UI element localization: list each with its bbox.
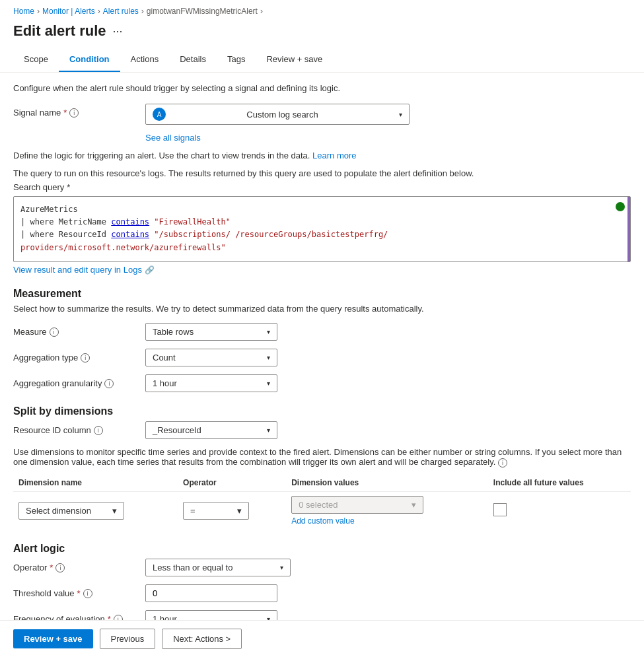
threshold-label: Threshold value * i — [13, 584, 145, 598]
dim-header-include-all: Include all future values — [488, 474, 631, 492]
main-content: Configure when the alert rule should tri… — [0, 73, 644, 624]
dim-name-chevron-icon: ▾ — [112, 506, 117, 516]
dim-header-operator: Operator — [178, 474, 286, 492]
measure-chevron-icon: ▾ — [267, 328, 270, 335]
dim-op-chevron-icon: ▾ — [237, 506, 242, 516]
breadcrumb-sep-2: › — [98, 7, 100, 16]
tab-review-save[interactable]: Review + save — [256, 48, 333, 72]
breadcrumb-home[interactable]: Home — [13, 7, 34, 16]
signal-name-label: Signal name * i — [13, 104, 145, 118]
alert-logic-title: Alert logic — [13, 543, 631, 555]
learn-more-link[interactable]: Learn more — [312, 151, 356, 160]
aggregation-granularity-value: 1 hour — [153, 378, 177, 388]
see-all-signals-link[interactable]: See all signals — [145, 133, 631, 143]
split-dimensions-info: Use dimensions to monitor specific time … — [13, 447, 631, 467]
page-header: Edit alert rule ··· — [0, 20, 644, 48]
search-query-label: Search query * — [13, 182, 631, 192]
aggregation-type-chevron-icon: ▾ — [267, 354, 270, 361]
breadcrumb-monitor[interactable]: Monitor | Alerts — [42, 7, 95, 16]
operator-select[interactable]: Less than or equal to ▾ — [145, 559, 291, 576]
measure-info-icon[interactable]: i — [50, 328, 59, 337]
signal-chevron-icon: ▾ — [399, 111, 402, 118]
external-link-icon: 🔗 — [145, 265, 155, 275]
dimension-row: Select dimension ▾ = ▾ 0 selected ▾ Add — [13, 492, 631, 530]
aggregation-type-select[interactable]: Count ▾ — [145, 349, 277, 366]
condition-description: Configure when the alert rule should tri… — [13, 83, 631, 93]
tab-condition[interactable]: Condition — [59, 48, 120, 72]
breadcrumb: Home › Monitor | Alerts › Alert rules › … — [0, 0, 644, 20]
breadcrumb-sep-4: › — [260, 7, 263, 16]
aggregation-granularity-chevron-icon: ▾ — [267, 380, 270, 387]
operator-info-icon[interactable]: i — [55, 563, 65, 572]
add-custom-value-link[interactable]: Add custom value — [291, 516, 483, 526]
alert-logic-section: Alert logic Operator * i Less than or eq… — [13, 543, 631, 624]
dim-operator-cell: = ▾ — [178, 492, 286, 530]
aggregation-type-info-icon[interactable]: i — [81, 353, 90, 363]
aggregation-type-value: Count — [153, 353, 176, 363]
dimension-name-value: Select dimension — [26, 506, 91, 516]
tab-scope[interactable]: Scope — [13, 48, 59, 72]
query-info-text: The query to run on this resource's logs… — [13, 168, 631, 178]
dimension-operator-value: = — [190, 506, 196, 516]
dimension-values-value: 0 selected — [299, 500, 338, 510]
resource-id-value: _ResourceId — [153, 425, 201, 435]
resource-id-column-row: Resource ID column i _ResourceId ▾ — [13, 421, 631, 439]
breadcrumb-alert-rules[interactable]: Alert rules — [103, 7, 139, 16]
threshold-input[interactable] — [145, 584, 277, 602]
dim-values-cell: 0 selected ▾ Add custom value — [286, 492, 488, 530]
resource-id-select[interactable]: _ResourceId ▾ — [145, 421, 277, 439]
resource-id-chevron-icon: ▾ — [267, 427, 270, 434]
aggregation-granularity-label: Aggregation granularity i — [13, 374, 145, 388]
breadcrumb-sep-3: › — [141, 7, 144, 16]
measurement-title: Measurement — [13, 288, 631, 300]
footer: Review + save Previous Next: Actions > — [0, 620, 644, 624]
signal-required: * — [63, 108, 67, 118]
signal-info-icon[interactable]: i — [69, 108, 79, 118]
signal-name-row: Signal name * i A Custom log search ▾ — [13, 104, 631, 125]
measure-select[interactable]: Table rows ▾ — [145, 323, 277, 341]
page-title: Edit alert rule — [13, 22, 106, 40]
signal-name-select[interactable]: A Custom log search ▾ — [145, 104, 410, 125]
dimension-name-select[interactable]: Select dimension ▾ — [18, 502, 124, 520]
query-valid-indicator — [616, 202, 625, 211]
tab-details[interactable]: Details — [169, 48, 217, 72]
dim-name-cell: Select dimension ▾ — [13, 492, 178, 530]
aggregation-granularity-info-icon[interactable]: i — [104, 379, 114, 388]
query-required: * — [67, 182, 70, 192]
include-all-future-checkbox[interactable] — [493, 503, 507, 516]
dimensions-table: Dimension name Operator Dimension values… — [13, 474, 631, 530]
split-dimensions-info-icon[interactable]: i — [498, 458, 507, 467]
signal-name-value: Custom log search — [246, 110, 318, 120]
dim-val-chevron-icon: ▾ — [411, 500, 416, 510]
threshold-required: * — [77, 588, 81, 598]
tab-tags[interactable]: Tags — [217, 48, 256, 72]
operator-row: Operator * i Less than or equal to ▾ — [13, 559, 631, 576]
threshold-info-icon[interactable]: i — [83, 589, 92, 598]
resource-id-info-icon[interactable]: i — [94, 426, 103, 435]
dim-include-all-cell — [488, 492, 631, 530]
aggregation-type-label: Aggregation type i — [13, 349, 145, 363]
dim-header-name: Dimension name — [13, 474, 178, 492]
search-query-box[interactable]: AzureMetrics | where MetricName contains… — [13, 196, 631, 262]
split-dimensions-title: Split by dimensions — [13, 405, 631, 417]
breadcrumb-current: gimotwanFWMissingMetricAlert — [147, 7, 258, 16]
aggregation-type-row: Aggregation type i Count ▾ — [13, 349, 631, 366]
breadcrumb-sep-1: › — [37, 7, 40, 16]
measurement-subtitle: Select how to summarize the results. We … — [13, 304, 631, 314]
query-line-1: AzureMetrics | where MetricName contains… — [20, 203, 624, 254]
measure-value: Table rows — [153, 327, 194, 337]
dimension-operator-select[interactable]: = ▾ — [183, 502, 249, 520]
more-options-icon[interactable]: ··· — [113, 24, 123, 38]
query-bar — [627, 197, 630, 261]
operator-required: * — [50, 563, 53, 572]
signal-select-icon: A — [153, 108, 166, 121]
operator-value: Less than or equal to — [153, 563, 233, 572]
view-result-link[interactable]: View result and edit query in Logs 🔗 — [13, 265, 631, 275]
threshold-row: Threshold value * i — [13, 584, 631, 602]
dim-header-values: Dimension values — [286, 474, 488, 492]
tab-actions[interactable]: Actions — [120, 48, 170, 72]
tab-bar: Scope Condition Actions Details Tags Rev… — [0, 48, 644, 73]
aggregation-granularity-select[interactable]: 1 hour ▾ — [145, 374, 277, 392]
dimension-values-select[interactable]: 0 selected ▾ — [291, 496, 423, 514]
signal-name-select-wrapper: A Custom log search ▾ — [145, 104, 410, 125]
